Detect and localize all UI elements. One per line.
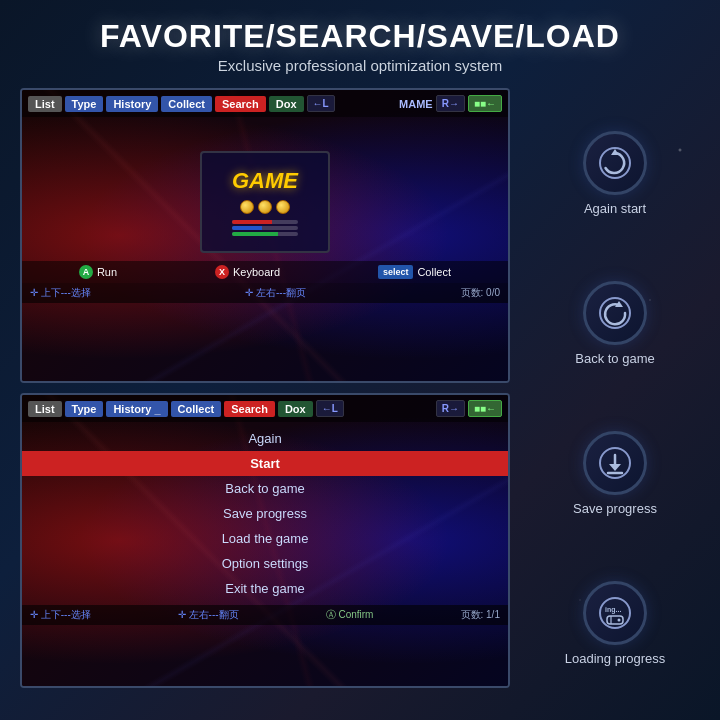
- progress-bar-2: [232, 226, 298, 230]
- screen1: List Type History Collect Search Dox ←L …: [20, 88, 510, 383]
- back-to-game-label: Back to game: [575, 351, 655, 366]
- coin-1: [240, 200, 254, 214]
- again-start-icon-circle: [583, 131, 647, 195]
- keyboard-label: Keyboard: [233, 266, 280, 278]
- again-start-label: Again start: [584, 201, 646, 216]
- s2-dox-button[interactable]: Dox: [278, 401, 313, 417]
- game-box: GAME: [200, 151, 330, 253]
- collect-button[interactable]: Collect: [161, 96, 212, 112]
- collect-control: select Collect: [378, 265, 451, 279]
- menu-item-again[interactable]: Again: [22, 426, 508, 451]
- s2-footer-nav-left: ✛ 上下---选择: [30, 608, 91, 622]
- s2-search-button[interactable]: Search: [224, 401, 275, 417]
- screen2: List Type History _ Collect Search Dox ←…: [20, 393, 510, 688]
- list-button[interactable]: List: [28, 96, 62, 112]
- svg-text:ing...: ing...: [605, 606, 621, 614]
- collect-label: Collect: [417, 266, 451, 278]
- svg-marker-1: [611, 149, 619, 155]
- again-start-icon: [597, 145, 633, 181]
- nav-forward-button[interactable]: R→: [436, 95, 465, 112]
- screen2-toolbar: List Type History _ Collect Search Dox ←…: [22, 395, 508, 422]
- run-label: Run: [97, 266, 117, 278]
- s2-nav-back-button[interactable]: ←L: [316, 400, 344, 417]
- save-progress-label: Save progress: [573, 501, 657, 516]
- select-badge: select: [378, 265, 414, 279]
- search-button[interactable]: Search: [215, 96, 266, 112]
- history-button[interactable]: History: [106, 96, 158, 112]
- main-title-heading: FAVORITE/SEARCH/SAVE/LOAD: [0, 18, 720, 55]
- menu-item-back[interactable]: Back to game: [22, 476, 508, 501]
- loading-progress-icon: ing...: [597, 595, 633, 631]
- screen1-toolbar: List Type History Collect Search Dox ←L …: [22, 90, 508, 117]
- keyboard-circle-btn: X: [215, 265, 229, 279]
- screen1-controls: A Run X Keyboard select Collect: [22, 261, 508, 283]
- screens-column: List Type History Collect Search Dox ←L …: [20, 88, 510, 708]
- footer-page-count: 页数: 0/0: [461, 286, 500, 300]
- s2-footer-confirm: Ⓐ Confirm: [326, 608, 374, 622]
- game-progress-bars: [232, 220, 298, 236]
- menu-item-options[interactable]: Option settings: [22, 551, 508, 576]
- dox-button[interactable]: Dox: [269, 96, 304, 112]
- keyboard-control: X Keyboard: [215, 265, 280, 279]
- battery-indicator: ■■←: [468, 95, 502, 112]
- main-title-subtitle: Exclusive professional optimization syst…: [0, 57, 720, 74]
- coin-3: [276, 200, 290, 214]
- s2-nav-forward-button[interactable]: R→: [436, 400, 465, 417]
- footer-nav-left: ✛ 上下---选择: [30, 286, 91, 300]
- menu-item-load[interactable]: Load the game: [22, 526, 508, 551]
- save-progress-item: Save progress: [573, 431, 657, 516]
- loading-progress-icon-circle: ing...: [583, 581, 647, 645]
- svg-rect-9: [607, 616, 623, 624]
- back-to-game-item: Back to game: [575, 281, 655, 366]
- progress-bar-3: [232, 232, 298, 236]
- game-title: GAME: [232, 168, 298, 194]
- nav-back-button[interactable]: ←L: [307, 95, 335, 112]
- type-button[interactable]: Type: [65, 96, 104, 112]
- loading-progress-item: ing... Loading progress: [565, 581, 665, 666]
- s2-collect-button[interactable]: Collect: [171, 401, 222, 417]
- progress-bar-1: [232, 220, 298, 224]
- svg-marker-5: [609, 464, 621, 471]
- s2-battery-indicator: ■■←: [468, 400, 502, 417]
- game-coins: [232, 200, 298, 214]
- back-to-game-icon-circle: [583, 281, 647, 345]
- s2-footer-nav-mid: ✛ 左右---翻页: [178, 608, 239, 622]
- page-header: FAVORITE/SEARCH/SAVE/LOAD Exclusive prof…: [0, 0, 720, 78]
- s2-list-button[interactable]: List: [28, 401, 62, 417]
- menu-item-save[interactable]: Save progress: [22, 501, 508, 526]
- s2-footer-page-count: 页数: 1/1: [461, 608, 500, 622]
- menu-item-exit[interactable]: Exit the game: [22, 576, 508, 601]
- menu-item-start[interactable]: Start: [22, 451, 508, 476]
- save-progress-icon-circle: [583, 431, 647, 495]
- back-to-game-icon: [597, 295, 633, 331]
- loading-progress-label: Loading progress: [565, 651, 665, 666]
- mame-label: MAME: [399, 98, 433, 110]
- footer-nav-mid: ✛ 左右---翻页: [245, 286, 306, 300]
- svg-point-11: [618, 618, 621, 621]
- screen1-footer: ✛ 上下---选择 ✛ 左右---翻页 页数: 0/0: [22, 283, 508, 303]
- s2-history-button[interactable]: History _: [106, 401, 167, 417]
- coin-2: [258, 200, 272, 214]
- again-start-item: Again start: [583, 131, 647, 216]
- screen2-footer: ✛ 上下---选择 ✛ 左右---翻页 Ⓐ Confirm 页数: 1/1: [22, 605, 508, 625]
- screen2-menu: Again Start Back to game Save progress L…: [22, 422, 508, 605]
- s2-type-button[interactable]: Type: [65, 401, 104, 417]
- run-control: A Run: [79, 265, 117, 279]
- save-progress-icon: [597, 445, 633, 481]
- icons-column: Again start Back to game: [530, 88, 700, 708]
- run-circle-btn: A: [79, 265, 93, 279]
- content-area: List Type History Collect Search Dox ←L …: [0, 78, 720, 718]
